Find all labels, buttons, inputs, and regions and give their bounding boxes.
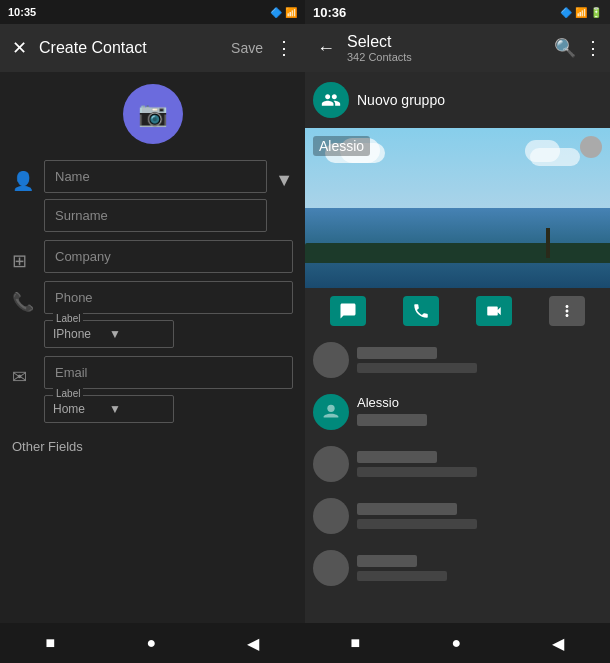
phone-label-dropdown[interactable]: IPhone ▼ (45, 321, 173, 347)
main-content: ✕ Create Contact Save ⋮ 📷 👤 ▼ (0, 24, 610, 623)
contact-sub-bar-3 (357, 519, 477, 529)
avatar-section: 📷 (12, 84, 293, 144)
alessio-avatar (313, 394, 349, 430)
phone-fields: Label IPhone ▼ (44, 281, 293, 348)
email-row: ✉ Label Home ▼ (12, 356, 293, 423)
status-bar-right: 10:36 🔷 📶 🔋 (305, 0, 610, 24)
expand-icon[interactable]: ▼ (275, 170, 293, 191)
status-bar-left: 10:35 🔷 📶 (0, 0, 305, 24)
phone-label-box: Label IPhone ▼ (44, 320, 174, 348)
email-icon: ✉ (12, 366, 36, 388)
nuovo-gruppo-row[interactable]: Nuovo gruppo (305, 72, 610, 128)
close-button[interactable]: ✕ (8, 33, 31, 63)
company-row: ⊞ (12, 240, 293, 273)
dropdown-arrow-phone: ▼ (109, 327, 165, 341)
contact-avatar-1 (313, 342, 349, 378)
left-header: ✕ Create Contact Save ⋮ (0, 24, 305, 72)
back-button-right[interactable]: ◀ (540, 630, 576, 657)
person-icon: 👤 (12, 170, 36, 192)
contact-sub-bar-4 (357, 571, 447, 581)
home-button-right[interactable]: ● (440, 630, 474, 656)
left-body: 📷 👤 ▼ ⊞ 📞 (0, 72, 305, 623)
phone-label-legend: Label (53, 313, 83, 324)
company-icon: ⊞ (12, 250, 36, 272)
square-button-right[interactable]: ■ (339, 630, 373, 656)
chat-action-button[interactable] (330, 296, 366, 326)
alessio-list-item[interactable]: Alessio (305, 386, 610, 438)
phone-row: 📞 Label IPhone ▼ (12, 281, 293, 348)
avatar-button[interactable]: 📷 (123, 84, 183, 144)
battery-icon: 🔋 (590, 7, 602, 18)
contact-name-bar-4 (357, 555, 417, 567)
camera-icon: 📷 (138, 100, 168, 128)
email-label-value: Home (53, 402, 109, 416)
contact-sub-bar-1 (357, 363, 477, 373)
save-button[interactable]: Save (231, 40, 263, 56)
contact-info-4 (357, 555, 602, 581)
check-circle (580, 136, 602, 158)
email-label-dropdown[interactable]: Home ▼ (45, 396, 173, 422)
contact-info-3 (357, 503, 602, 529)
contact-item-2[interactable] (305, 438, 610, 490)
name-input[interactable] (44, 160, 267, 193)
contact-action-bar (305, 288, 610, 334)
contact-name-bar-2 (357, 451, 437, 463)
right-panel: ← Select 342 Contacts 🔍 ⋮ Nuovo gruppo (305, 24, 610, 623)
company-input[interactable] (44, 240, 293, 273)
contact-info-2 (357, 451, 602, 477)
bottom-navigation: ■ ● ◀ ■ ● ◀ (0, 623, 610, 663)
contact-avatar-2 (313, 446, 349, 482)
email-input[interactable] (44, 356, 293, 389)
contact-avatar-4 (313, 550, 349, 586)
phone-label-value: IPhone (53, 327, 109, 341)
company-fields (44, 240, 293, 273)
contact-sub-bar-2 (357, 467, 477, 477)
alessio-list-name: Alessio (357, 395, 602, 410)
phone-icon: 📞 (12, 291, 36, 313)
back-button-left[interactable]: ◀ (235, 630, 271, 657)
more-button-right[interactable]: ⋮ (584, 37, 602, 59)
contacts-count: 342 Contacts (347, 51, 546, 63)
contact-name-bar-1 (357, 347, 437, 359)
bottom-nav-right: ■ ● ◀ (305, 623, 610, 663)
video-action-button[interactable] (476, 296, 512, 326)
home-button-left[interactable]: ● (135, 630, 169, 656)
more-action-button[interactable] (549, 296, 585, 326)
surname-input[interactable] (44, 199, 267, 232)
square-button-left[interactable]: ■ (34, 630, 68, 656)
name-fields (44, 160, 267, 232)
right-body: Nuovo gruppo (305, 72, 610, 623)
other-fields-button[interactable]: Other Fields (12, 431, 293, 462)
contact-name-bar-3 (357, 503, 457, 515)
name-row: 👤 ▼ (12, 160, 293, 232)
back-button[interactable]: ← (313, 34, 339, 63)
email-label-legend: Label (53, 388, 83, 399)
group-icon (313, 82, 349, 118)
right-header: ← Select 342 Contacts 🔍 ⋮ (305, 24, 610, 72)
bluetooth-icon: 🔷 (270, 7, 282, 18)
left-time: 10:35 (8, 6, 36, 18)
contact-avatar-3 (313, 498, 349, 534)
alessio-sub-bar (357, 414, 427, 426)
left-panel: ✕ Create Contact Save ⋮ 📷 👤 ▼ (0, 24, 305, 623)
alessio-name-overlay: Alessio (313, 136, 370, 156)
alessio-highlighted-contact[interactable]: Alessio (305, 128, 610, 334)
right-header-icons: 🔍 ⋮ (554, 37, 602, 59)
email-fields: Label Home ▼ (44, 356, 293, 423)
signal-icon: 📶 (285, 7, 297, 18)
call-action-button[interactable] (403, 296, 439, 326)
dropdown-arrow-email: ▼ (109, 402, 165, 416)
contact-item-4[interactable] (305, 542, 610, 594)
search-button[interactable]: 🔍 (554, 37, 576, 59)
right-time: 10:36 (313, 5, 346, 20)
contact-item-3[interactable] (305, 490, 610, 542)
contact-item-1[interactable] (305, 334, 610, 386)
bottom-nav-left: ■ ● ◀ (0, 623, 305, 663)
contact-info-1 (357, 347, 594, 373)
select-title: Select (347, 33, 546, 51)
email-label-box: Label Home ▼ (44, 395, 174, 423)
create-contact-title: Create Contact (39, 39, 223, 57)
phone-input[interactable] (44, 281, 293, 314)
more-menu-button[interactable]: ⋮ (271, 33, 297, 63)
right-header-text: Select 342 Contacts (347, 33, 546, 63)
